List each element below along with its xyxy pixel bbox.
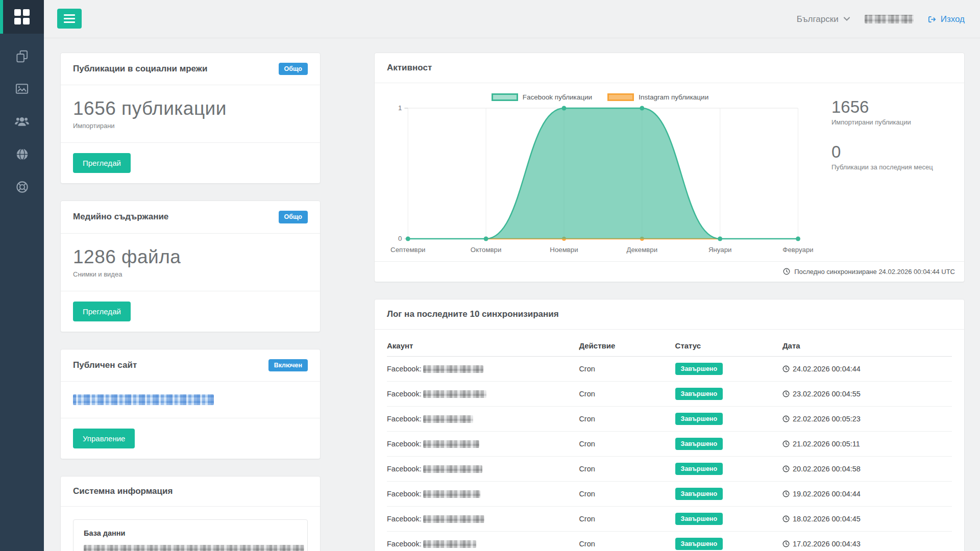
sync-log-table: Акаунт Действие Статус Дата Facebook: Cr… [387,333,952,551]
language-label: Български [797,14,839,24]
column-header-action: Действие [579,333,675,357]
legend-item-instagram: Instagram публикации [607,93,708,101]
month-posts-value: 0 [831,142,952,162]
column-header-account: Акаунт [387,333,579,357]
table-row: Facebook: Cron Завършено 20.02.2026 00:0… [387,457,952,482]
social-posts-card-title: Публикации в социални мрежи [73,64,207,74]
table-row: Facebook: Cron Завършено 21.02.2026 00:0… [387,432,952,457]
date-cell: 17.02.2026 00:04:43 [793,540,861,548]
sidebar-item-media[interactable] [0,72,44,105]
imported-posts-label: Импортирани публикации [831,118,952,126]
table-row: Facebook: Cron Завършено 17.02.2026 00:0… [387,532,952,551]
clock-icon [782,540,790,547]
language-selector[interactable]: Български [797,14,850,24]
sidebar-item-support[interactable] [0,170,44,203]
column-header-status: Статус [675,333,782,357]
public-site-card: Публичен сайт Включен Управление [60,349,321,459]
activity-area-chart: 01СептемвриОктомвриНоемвриДекемвриЯнуари… [387,103,813,256]
svg-text:Октомври: Октомври [471,246,501,254]
clock-icon [782,415,790,422]
account-name-redacted [423,540,476,548]
clock-icon [782,490,790,497]
public-site-card-title: Публичен сайт [73,360,137,370]
svg-text:Декември: Декември [627,246,658,254]
chevron-down-icon [843,17,850,21]
activity-chart-area: Facebook публикации Instagram публикации… [387,92,813,258]
month-posts-label: Публикации за последния месец [831,163,952,171]
sidebar-toggle-button[interactable] [57,9,82,29]
status-badge: Завършено [675,438,723,450]
sidebar [0,0,44,551]
left-column: Публикации в социални мрежи Общо 1656 пу… [60,53,321,551]
account-prefix: Facebook: [387,440,422,448]
clock-icon [782,515,790,522]
legend-item-facebook: Facebook публикации [492,93,592,101]
sync-log-title: Лог на последните 10 синхронизирания [387,309,559,319]
account-name-redacted [423,490,480,498]
account-name-redacted [423,390,486,398]
media-image-icon [15,82,29,96]
clock-icon [783,268,790,275]
action-cell: Cron [579,465,595,473]
account-prefix: Facebook: [387,415,422,423]
svg-text:Февруари: Февруари [782,246,813,254]
hamburger-icon [64,14,75,16]
view-posts-button[interactable]: Прегледай [73,153,131,173]
total-badge: Общо [279,63,308,75]
posts-count: 1656 публикации [73,98,308,119]
action-cell: Cron [579,415,595,423]
account-name-redacted [423,365,483,373]
date-cell: 24.02.2026 00:04:44 [793,365,861,373]
action-cell: Cron [579,540,595,548]
dashboard-grid-icon [14,9,30,24]
sidebar-item-site[interactable] [0,138,44,170]
date-cell: 21.02.2026 00:05:11 [793,440,860,448]
public-site-link-redacted[interactable] [73,394,214,405]
files-count: 1286 файла [73,246,308,268]
table-row: Facebook: Cron Завършено 24.02.2026 00:0… [387,357,952,382]
sidebar-nav [0,34,44,203]
active-accent-bar [0,0,3,34]
clock-icon [782,465,790,472]
instagram-legend-swatch [607,93,634,101]
globe-icon [15,147,29,161]
total-badge: Общо [279,211,308,223]
instagram-legend-label: Instagram публикации [639,93,708,101]
manage-site-button[interactable]: Управление [73,429,135,448]
action-cell: Cron [579,515,595,523]
account-prefix: Facebook: [387,540,422,548]
support-lifering-icon [15,180,29,194]
account-prefix: Facebook: [387,465,422,473]
action-cell: Cron [579,390,595,398]
status-badge: Завършено [675,488,723,500]
account-name-redacted [423,415,473,423]
social-posts-card: Публикации в социални мрежи Общо 1656 пу… [60,53,321,184]
sidebar-item-pages[interactable] [0,40,44,72]
svg-text:1: 1 [398,104,402,112]
date-cell: 20.02.2026 00:04:58 [793,465,861,473]
facebook-legend-swatch [492,93,518,101]
activity-card: Активност Facebook публикации Instagram … [374,53,965,282]
imported-posts-value: 1656 [831,97,952,117]
dashboard-page: Български Изход Публикации в социални мр… [0,0,980,551]
logout-link[interactable]: Изход [928,14,965,24]
action-cell: Cron [579,440,595,448]
sidebar-item-dashboard[interactable] [0,0,44,34]
status-badge: Завършено [675,513,723,525]
system-info-card-title: Системна информация [73,486,173,496]
main-content: Публикации в социални мрежи Общо 1656 пу… [44,38,980,551]
view-media-button[interactable]: Прегледай [73,302,131,321]
posts-count-subtitle: Импортирани [73,122,308,130]
files-count-subtitle: Снимки и видеа [73,270,308,278]
svg-text:Ноември: Ноември [550,246,578,254]
topbar-right: Български Изход [797,0,965,38]
date-cell: 18.02.2026 00:04:45 [793,515,861,523]
svg-text:Януари: Януари [708,246,732,254]
users-icon [14,114,30,129]
sidebar-item-users[interactable] [0,105,44,138]
chart-legend: Facebook публикации Instagram публикации [387,93,813,101]
status-badge: Завършено [675,363,723,375]
account-prefix: Facebook: [387,515,422,523]
status-badge: Завършено [675,463,723,475]
svg-text:0: 0 [398,235,402,242]
